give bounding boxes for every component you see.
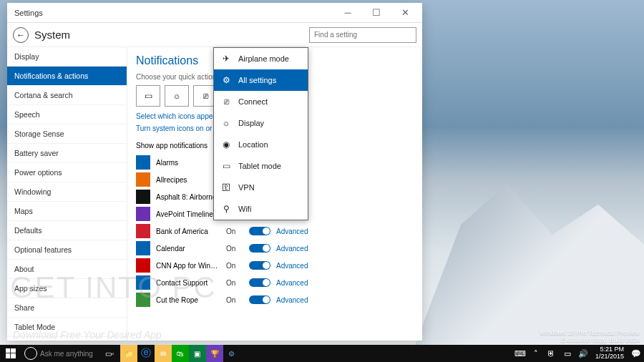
windows-watermark: Windows 10 Pro Technical Preview Evaluat… [540, 329, 640, 343]
close-button[interactable]: ✕ [391, 3, 419, 23]
app-state-label: On [226, 245, 243, 253]
sidebar-item-optional-features[interactable]: Optional features [7, 240, 127, 260]
svg-rect-1 [11, 348, 16, 353]
app-advanced-link[interactable]: Advanced [276, 279, 308, 287]
tray-up-icon[interactable]: ˄ [528, 345, 544, 362]
app-name-label: CNN App for Windows [156, 262, 220, 270]
app-toggle[interactable] [249, 261, 270, 270]
quick-tile-2[interactable]: ☼ [165, 85, 189, 107]
app-toggle[interactable] [249, 295, 270, 304]
dropdown-label: Location [238, 140, 268, 149]
app-advanced-link[interactable]: Advanced [276, 228, 308, 235]
window-title: Settings [10, 9, 333, 17]
dropdown-icon: ◉ [221, 140, 231, 150]
sidebar-item-app-sizes[interactable]: App sizes [7, 279, 127, 298]
dropdown-item-tablet-mode[interactable]: ▭Tablet mode [214, 155, 308, 177]
app-toggle[interactable] [249, 278, 270, 287]
notification-center-icon[interactable]: 💬 [628, 345, 644, 362]
taskbar-app-store[interactable]: 🛍 [172, 345, 189, 362]
sidebar-item-notifications-actions[interactable]: Notifications & actions [7, 67, 127, 86]
taskbar-app-mail[interactable]: ✉ [155, 345, 172, 362]
dropdown-item-location[interactable]: ◉Location [214, 134, 308, 155]
app-name-label: Asphalt 8: Airborne [156, 193, 220, 201]
cortana-icon[interactable] [24, 347, 37, 360]
dropdown-item-vpn[interactable]: ⚿VPN [214, 177, 308, 198]
cortana-placeholder[interactable]: Ask me anything [40, 350, 93, 358]
dropdown-label: Display [238, 119, 264, 127]
quick-tile-1[interactable]: ▭ [136, 85, 160, 107]
sidebar: DisplayNotifications & actionsCortana & … [7, 47, 127, 341]
sidebar-item-speech[interactable]: Speech [7, 105, 127, 124]
dropdown-item-display[interactable]: ☼Display [214, 112, 308, 134]
subheader: ← System [7, 23, 422, 47]
tray-network-icon[interactable]: ▭ [560, 345, 575, 362]
dropdown-label: All settings [238, 76, 276, 84]
sidebar-item-power-options[interactable]: Power options [7, 163, 127, 182]
taskbar-date: 1/21/2015 [595, 353, 624, 361]
app-name-label: Cut the Rope [156, 296, 220, 304]
titlebar: Settings ─ ☐ ✕ [7, 3, 422, 23]
app-toggle[interactable] [249, 244, 270, 253]
dropdown-icon: ✈ [221, 54, 231, 64]
tray-volume-icon[interactable]: 🔊 [575, 345, 591, 362]
app-icon [136, 258, 150, 273]
app-name-label: Alarms [156, 159, 220, 167]
search-input[interactable] [309, 27, 416, 43]
task-view-button[interactable]: ▭▫ [99, 345, 120, 362]
app-advanced-link[interactable]: Advanced [276, 296, 308, 304]
app-row: Calendar On Advanced [136, 240, 414, 257]
app-name-label: Allrecipes [156, 176, 220, 184]
svg-rect-2 [6, 353, 10, 358]
taskbar-clock[interactable]: 5:21 PM 1/21/2015 [591, 346, 628, 361]
dropdown-label: VPN [238, 183, 255, 192]
taskbar-app-settings[interactable]: ⚙ [223, 345, 240, 362]
dropdown-item-all-settings[interactable]: ⚙All settings [214, 69, 308, 91]
start-button[interactable] [0, 345, 21, 362]
app-icon [136, 275, 150, 290]
dropdown-icon: ⚲ [221, 204, 231, 214]
app-icon [136, 155, 150, 170]
app-name-label: AvePoint Timeline fo... [156, 210, 220, 218]
maximize-button[interactable]: ☐ [362, 3, 391, 23]
tray-defender-icon[interactable]: ⛨ [544, 345, 560, 362]
app-name-label: Bank of America [156, 228, 220, 235]
back-button[interactable]: ← [13, 27, 29, 43]
dropdown-label: Wifi [238, 205, 251, 213]
dropdown-label: Connect [238, 97, 268, 106]
sidebar-item-about[interactable]: About [7, 260, 127, 279]
sidebar-item-display[interactable]: Display [7, 47, 127, 67]
watermark-line1: Windows 10 Pro Technical Preview [540, 329, 640, 336]
sidebar-item-windowing[interactable]: Windowing [7, 182, 127, 202]
app-state-label: On [226, 279, 243, 287]
taskbar-app-cup[interactable]: 🏆 [206, 345, 223, 362]
sidebar-item-share[interactable]: Share [7, 298, 127, 318]
dropdown-label: Tablet mode [238, 162, 281, 170]
app-icon [136, 172, 150, 187]
taskbar-app-explorer[interactable]: 📁 [120, 345, 137, 362]
app-row: Contact Support On Advanced [136, 274, 414, 291]
app-state-label: On [226, 228, 243, 235]
svg-rect-0 [6, 348, 10, 353]
app-name-label: Contact Support [156, 279, 220, 287]
app-row: Bank of America On Advanced [136, 222, 414, 240]
page-title: System [34, 29, 70, 41]
dropdown-label: Airplane mode [238, 54, 289, 63]
app-icon [136, 207, 150, 221]
sidebar-item-tablet-mode[interactable]: Tablet Mode [7, 318, 127, 337]
sidebar-item-battery-saver[interactable]: Battery saver [7, 144, 127, 163]
sidebar-item-storage-sense[interactable]: Storage Sense [7, 124, 127, 144]
dropdown-item-wifi[interactable]: ⚲Wifi [214, 198, 308, 220]
app-advanced-link[interactable]: Advanced [276, 245, 308, 253]
app-advanced-link[interactable]: Advanced [276, 262, 308, 270]
dropdown-item-airplane-mode[interactable]: ✈Airplane mode [214, 48, 308, 69]
app-toggle[interactable] [249, 227, 270, 235]
quick-action-dropdown: ✈Airplane mode⚙All settings⎚Connect☼Disp… [213, 47, 308, 220]
sidebar-item-defaults[interactable]: Defaults [7, 221, 127, 240]
sidebar-item-cortana-search[interactable]: Cortana & search [7, 86, 127, 105]
sidebar-item-maps[interactable]: Maps [7, 202, 127, 221]
taskbar-app-ie[interactable]: ⓔ [137, 345, 155, 362]
tray-keyboard-icon[interactable]: ⌨ [512, 345, 528, 362]
dropdown-item-connect[interactable]: ⎚Connect [214, 91, 308, 112]
minimize-button[interactable]: ─ [333, 3, 362, 23]
taskbar-app-xbox[interactable]: ▣ [189, 345, 206, 362]
